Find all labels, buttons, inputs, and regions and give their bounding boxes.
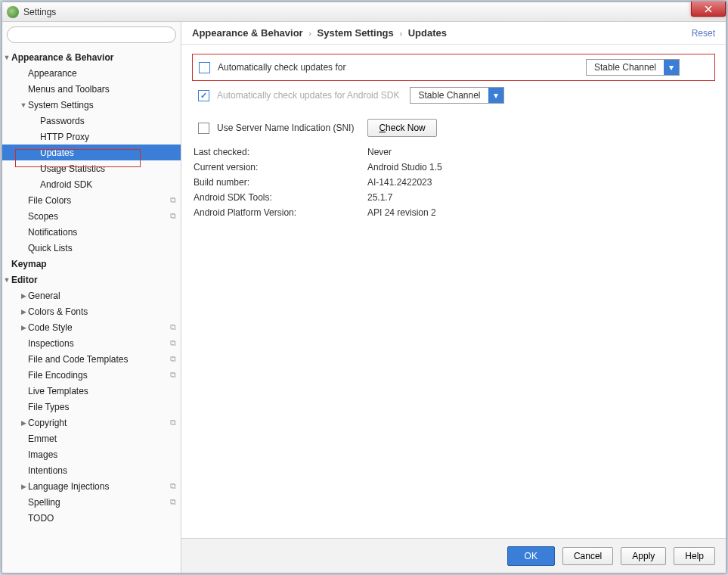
tree-item-label: Keymap — [11, 259, 176, 269]
arrow-spacer: • — [19, 403, 28, 411]
reset-link[interactable]: Reset — [692, 28, 715, 39]
info-key: Last checked: — [194, 147, 367, 157]
info-table: Last checked:NeverCurrent version:Androi… — [192, 145, 715, 220]
tree-item-file-encodings[interactable]: •File Encodings⧉ — [2, 367, 181, 383]
info-value: Android Studio 1.5 — [367, 162, 442, 172]
info-value: Never — [367, 147, 392, 157]
ok-button[interactable]: OK — [507, 546, 555, 566]
tree-item-file-and-code-templates[interactable]: •File and Code Templates⧉ — [2, 351, 181, 367]
arrow-spacer: • — [19, 514, 28, 522]
settings-tree[interactable]: ▼Appearance & Behavior•Appearance•Menus … — [2, 48, 181, 573]
copy-profile-icon: ⧉ — [170, 338, 176, 348]
sdk-check-checkbox[interactable] — [198, 90, 209, 101]
tree-item-appearance[interactable]: •Appearance — [2, 65, 181, 81]
arrow-spacer: • — [19, 85, 28, 93]
chevron-right-icon[interactable]: ▶ — [19, 292, 28, 300]
arrow-spacer: • — [19, 467, 28, 474]
arrow-spacer: • — [19, 371, 28, 379]
chevron-down-icon[interactable]: ▼ — [2, 54, 11, 61]
tree-item-label: File Types — [28, 402, 176, 412]
settings-dialog: Settings ▼Appearance & Behavior•Appearan… — [2, 2, 726, 573]
cancel-button[interactable]: Cancel — [562, 547, 613, 565]
window-title: Settings — [23, 7, 56, 17]
tree-item-usage-statistics[interactable]: •Usage Statistics — [2, 160, 181, 176]
tree-item-system-settings[interactable]: ▼System Settings — [2, 97, 181, 113]
breadcrumb-part[interactable]: Appearance & Behavior — [192, 27, 303, 39]
tree-item-label: Quick Lists — [28, 243, 176, 253]
tree-item-label: Usage Statistics — [40, 163, 176, 174]
chevron-down-icon: ▾ — [488, 88, 503, 103]
auto-check-checkbox[interactable] — [199, 62, 210, 73]
chevron-down-icon[interactable]: ▼ — [19, 101, 28, 109]
tree-item-intentions[interactable]: •Intentions — [2, 462, 181, 478]
search-input[interactable] — [7, 26, 176, 43]
arrow-spacer: • — [31, 117, 40, 125]
apply-button[interactable]: Apply — [621, 547, 666, 565]
check-now-button[interactable]: Check Now — [367, 119, 436, 137]
chevron-down-icon[interactable]: ▼ — [2, 276, 11, 284]
arrow-spacer: • — [31, 165, 40, 172]
tree-item-code-style[interactable]: ▶Code Style⧉ — [2, 319, 181, 335]
tree-item-editor[interactable]: ▼Editor — [2, 272, 181, 288]
sdk-channel-dropdown[interactable]: Stable Channel ▾ — [410, 87, 503, 104]
chevron-right-icon[interactable]: ▶ — [19, 324, 28, 331]
arrow-spacer: • — [31, 149, 40, 157]
tree-item-menus-and-toolbars[interactable]: •Menus and Toolbars — [2, 81, 181, 97]
tree-item-keymap[interactable]: •Keymap — [2, 256, 181, 272]
tree-item-label: Spelling — [28, 497, 170, 508]
breadcrumb-sep: › — [308, 29, 311, 38]
tree-item-spelling[interactable]: •Spelling⧉ — [2, 494, 181, 510]
info-key: Build number: — [194, 177, 367, 188]
arrow-spacer: • — [19, 499, 28, 506]
tree-item-http-proxy[interactable]: •HTTP Proxy — [2, 129, 181, 145]
tree-item-live-templates[interactable]: •Live Templates — [2, 383, 181, 399]
tree-item-scopes[interactable]: •Scopes⧉ — [2, 208, 181, 224]
tree-item-label: Emmet — [28, 434, 176, 444]
sidebar: ▼Appearance & Behavior•Appearance•Menus … — [2, 22, 181, 573]
tree-item-label: General — [28, 291, 176, 301]
tree-item-label: Language Injections — [28, 481, 170, 492]
tree-item-general[interactable]: ▶General — [2, 288, 181, 303]
tree-item-quick-lists[interactable]: •Quick Lists — [2, 240, 181, 256]
arrow-spacer: • — [19, 435, 28, 443]
tree-item-todo[interactable]: •TODO — [2, 510, 181, 526]
tree-item-label: Colors & Fonts — [28, 306, 176, 317]
tree-item-images[interactable]: •Images — [2, 446, 181, 462]
arrow-spacer: • — [19, 197, 28, 204]
copy-profile-icon: ⧉ — [170, 370, 176, 380]
tree-item-file-colors[interactable]: •File Colors⧉ — [2, 192, 181, 208]
tree-item-language-injections[interactable]: ▶Language Injections⧉ — [2, 478, 181, 494]
tree-item-android-sdk[interactable]: •Android SDK — [2, 176, 181, 192]
tree-item-passwords[interactable]: •Passwords — [2, 113, 181, 129]
tree-item-emmet[interactable]: •Emmet — [2, 430, 181, 446]
info-row: Android Platform Version:API 24 revision… — [192, 205, 715, 220]
chevron-right-icon[interactable]: ▶ — [19, 308, 28, 315]
auto-check-channel-dropdown[interactable]: Stable Channel ▾ — [586, 59, 680, 76]
info-key: Android SDK Tools: — [194, 192, 367, 203]
chevron-right-icon[interactable]: ▶ — [19, 419, 28, 427]
tree-item-updates[interactable]: •Updates — [2, 145, 181, 160]
tree-item-appearance-behavior[interactable]: ▼Appearance & Behavior — [2, 49, 181, 65]
copy-profile-icon: ⧉ — [170, 211, 176, 221]
sni-checkbox[interactable] — [198, 123, 209, 134]
info-value: AI-141.2422023 — [367, 177, 432, 188]
tree-item-copyright[interactable]: ▶Copyright⧉ — [2, 415, 181, 430]
breadcrumb-part[interactable]: Updates — [408, 27, 447, 39]
tree-item-colors-fonts[interactable]: ▶Colors & Fonts — [2, 303, 181, 319]
tree-item-label: File and Code Templates — [28, 354, 170, 365]
close-button[interactable] — [691, 2, 726, 17]
tree-item-inspections[interactable]: •Inspections⧉ — [2, 335, 181, 351]
tree-item-label: Copyright — [28, 418, 170, 428]
tree-item-notifications[interactable]: •Notifications — [2, 224, 181, 240]
breadcrumb-row: Appearance & Behavior › System Settings … — [181, 22, 726, 45]
help-button[interactable]: Help — [674, 547, 715, 565]
info-key: Current version: — [194, 162, 367, 172]
tree-item-label: Android SDK — [40, 179, 176, 190]
chevron-right-icon[interactable]: ▶ — [19, 483, 28, 490]
breadcrumb-part[interactable]: System Settings — [318, 27, 394, 39]
sdk-check-label: Automatically check updates for Android … — [217, 90, 399, 101]
tree-item-file-types[interactable]: •File Types — [2, 399, 181, 415]
arrow-spacer: • — [19, 70, 28, 77]
sdk-check-row: Automatically check updates for Android … — [192, 87, 715, 108]
arrow-spacer: • — [19, 356, 28, 363]
